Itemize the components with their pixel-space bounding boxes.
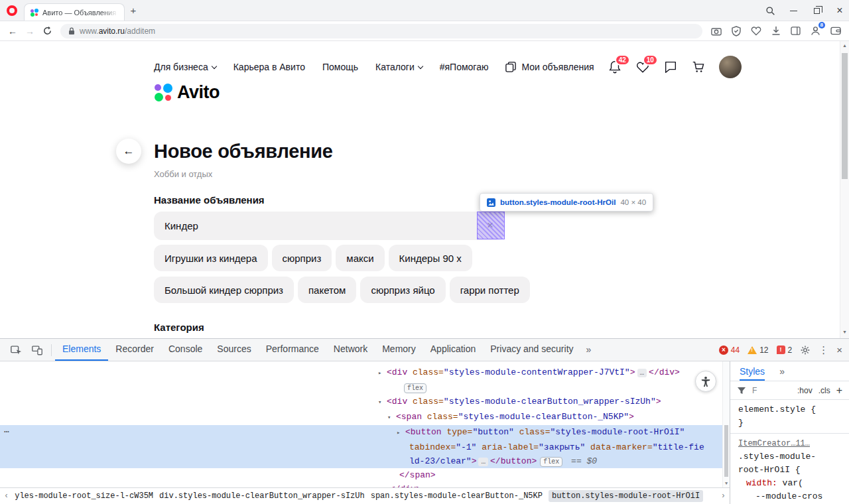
- messages-button[interactable]: [663, 60, 678, 74]
- inspect-tooltip: button.styles-module-root-HrOiI 40 × 40: [480, 193, 653, 212]
- devtools-tab-sources[interactable]: Sources: [210, 339, 258, 361]
- suggestion-chip[interactable]: сюрприз яйцо: [360, 277, 445, 303]
- nav-link[interactable]: #яПомогаю: [440, 62, 489, 72]
- breadcrumb-item[interactable]: button.styles-module-root-HrOiI: [549, 490, 703, 502]
- nav-link[interactable]: Каталоги: [375, 62, 423, 72]
- devtools-tab-recorder[interactable]: Recorder: [108, 339, 161, 361]
- new-tab-button[interactable]: +: [125, 1, 142, 21]
- inline-expand-button[interactable]: …: [478, 458, 488, 466]
- dom-tree-line[interactable]: tabindex="-1" aria-label="закрыть" data-…: [0, 440, 730, 454]
- page-scrollbar-thumb[interactable]: [842, 53, 848, 179]
- devtools-tab-memory[interactable]: Memory: [375, 339, 423, 361]
- devtools-tab-console[interactable]: Console: [161, 339, 210, 361]
- dom-tree-line[interactable]: ld-23/clear">…</button>flex == $0: [0, 454, 730, 468]
- profile-icon[interactable]: 8: [810, 25, 821, 36]
- tab-styles[interactable]: Styles: [740, 362, 765, 381]
- forward-icon[interactable]: →: [25, 26, 34, 36]
- inline-expand-button[interactable]: …: [637, 369, 647, 377]
- styles-filter-input[interactable]: F: [752, 386, 757, 395]
- notifications-button[interactable]: 42: [608, 60, 622, 74]
- snapshot-icon[interactable]: [710, 25, 722, 36]
- breadcrumb-item[interactable]: span.styles-module-clearButton-_N5KP: [371, 491, 543, 501]
- accessibility-button[interactable]: [695, 371, 716, 392]
- download-icon[interactable]: [770, 25, 781, 36]
- minimize-button[interactable]: [788, 5, 799, 16]
- breadcrumb-item[interactable]: div.styles-module-clearButton_wrapper-sI…: [159, 491, 365, 501]
- suggestion-chip[interactable]: Большой киндер сюрприз: [154, 277, 294, 303]
- flex-badge[interactable]: flex: [540, 457, 562, 467]
- heart-icon[interactable]: [750, 25, 761, 36]
- dom-tree-line[interactable]: ▾<span class="styles-module-clearButton-…: [0, 410, 730, 425]
- back-icon[interactable]: ←: [8, 26, 17, 36]
- dom-tree-line[interactable]: </div>: [0, 482, 730, 487]
- dom-tree-line[interactable]: ⋯▸<button type="button" class="styles-mo…: [0, 425, 730, 440]
- cart-button[interactable]: [691, 60, 706, 74]
- avatar[interactable]: [719, 56, 742, 78]
- more-tabs-button[interactable]: »: [581, 340, 597, 360]
- row-menu-dots-icon[interactable]: ⋯: [4, 425, 10, 439]
- suggestion-chip[interactable]: гарри поттер: [450, 277, 530, 303]
- suggestion-chip[interactable]: пакетом: [298, 277, 356, 303]
- devtools-tab-privacy-and-security[interactable]: Privacy and security: [483, 339, 580, 361]
- dom-tree-line[interactable]: flex: [0, 381, 730, 395]
- suggestion-chip[interactable]: Игрушки из киндера: [154, 245, 268, 271]
- suggestion-chip[interactable]: Киндеры 90 х: [389, 245, 472, 271]
- devtools-tab-application[interactable]: Application: [423, 339, 484, 361]
- browser-tab[interactable]: Авито — Объявления на: [24, 3, 125, 21]
- devtools-tab-network[interactable]: Network: [326, 339, 375, 361]
- inspect-element-icon[interactable]: [5, 340, 27, 361]
- shield-icon[interactable]: [730, 25, 742, 36]
- dom-tree-line[interactable]: ▾<div class="styles-module-clearButton_w…: [0, 395, 730, 410]
- stylesheet-link[interactable]: ItemCreator…11…: [738, 437, 849, 450]
- warning-counter[interactable]: 12: [748, 346, 768, 355]
- breadcrumb-scroll-right-icon[interactable]: ›: [721, 491, 726, 501]
- back-button[interactable]: ←: [116, 139, 141, 164]
- tree-expanded-arrow-icon[interactable]: ▾: [378, 396, 387, 410]
- scroll-down-arrow-icon[interactable]: ▼: [840, 328, 849, 337]
- scroll-down-arrow-icon[interactable]: ▼: [723, 479, 730, 487]
- close-devtools-icon[interactable]: ×: [836, 344, 842, 355]
- settings-gear-icon[interactable]: [800, 345, 811, 355]
- avito-logo[interactable]: Avito: [155, 82, 220, 103]
- tree-expanded-arrow-icon[interactable]: ▾: [387, 411, 396, 425]
- breadcrumb-scroll-left-icon[interactable]: ‹: [4, 491, 9, 501]
- element-classes-button[interactable]: .cls: [818, 386, 830, 395]
- dom-tree-line[interactable]: ▸<div class="styles-module-contentWrappe…: [0, 365, 730, 381]
- tree-collapsed-arrow-icon[interactable]: ▸: [397, 426, 405, 440]
- favorites-button[interactable]: 10: [635, 60, 650, 74]
- error-counter[interactable]: × 44: [719, 346, 740, 355]
- scroll-up-arrow-icon[interactable]: ▲: [840, 41, 849, 50]
- sidebar-more-tabs-button[interactable]: »: [779, 366, 785, 377]
- filter-funnel-icon[interactable]: [737, 387, 746, 395]
- panels-icon[interactable]: [790, 25, 801, 36]
- suggestion-chip[interactable]: сюрприз: [272, 245, 332, 271]
- devtools-tab-elements[interactable]: Elements: [55, 339, 108, 361]
- suggestion-chip[interactable]: макси: [336, 245, 384, 271]
- issues-counter[interactable]: ! 2: [777, 346, 793, 355]
- new-style-rule-button[interactable]: +: [836, 385, 842, 397]
- my-ads-link[interactable]: Мои объявления: [505, 62, 594, 72]
- elements-scrollbar-thumb[interactable]: [724, 425, 728, 477]
- breadcrumb-item[interactable]: yles-module-root_size-l-cW35M: [15, 491, 153, 501]
- avito-page: Для бизнесаКарьера в АвитоПомощьКаталоги…: [0, 41, 849, 338]
- dom-tree-line[interactable]: </span>: [0, 468, 730, 482]
- maximize-button[interactable]: [811, 5, 822, 16]
- opera-logo-icon[interactable]: [7, 5, 17, 16]
- search-icon[interactable]: [765, 5, 775, 16]
- flex-badge[interactable]: flex: [404, 383, 426, 393]
- name-input[interactable]: Киндер ×: [154, 212, 504, 240]
- elements-scrollbar[interactable]: ▼: [722, 361, 730, 487]
- tree-collapsed-arrow-icon[interactable]: ▸: [378, 367, 387, 381]
- close-window-button[interactable]: ×: [834, 5, 845, 16]
- toggle-element-state-button[interactable]: :hov: [797, 386, 813, 395]
- nav-link[interactable]: Для бизнеса: [154, 62, 216, 72]
- nav-link[interactable]: Карьера в Авито: [233, 62, 305, 72]
- url-field[interactable]: www.avito.ru/additem: [60, 24, 702, 38]
- reload-icon[interactable]: [42, 26, 52, 36]
- wallet-icon[interactable]: [830, 25, 841, 36]
- devtools-tab-performance[interactable]: Performance: [259, 339, 326, 361]
- kebab-menu-icon[interactable]: ⋮: [818, 344, 828, 356]
- nav-link[interactable]: Помощь: [322, 62, 358, 72]
- page-scrollbar[interactable]: ▲ ▼: [840, 41, 849, 338]
- device-toolbar-icon[interactable]: [27, 340, 48, 361]
